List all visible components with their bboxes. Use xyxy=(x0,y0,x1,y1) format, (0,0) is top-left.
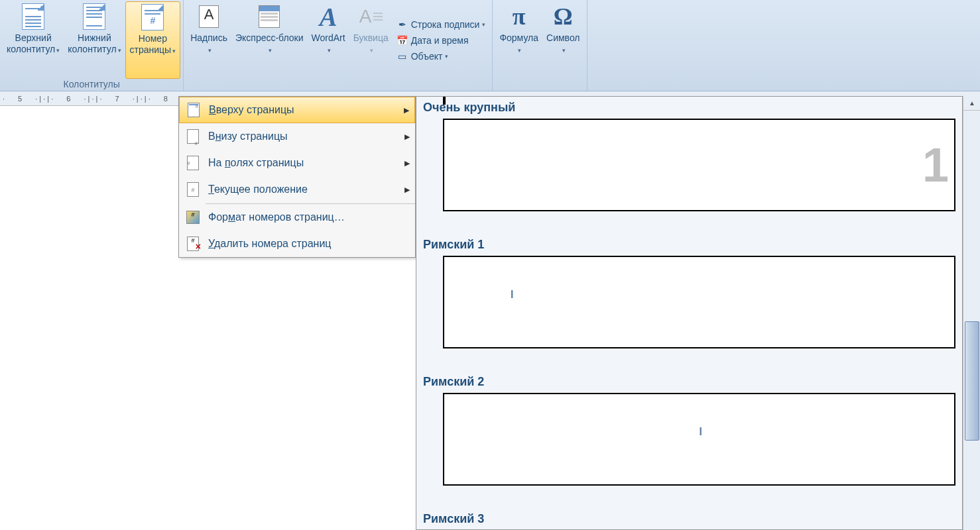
textbox-button[interactable]: A Надпись▾ xyxy=(186,1,231,79)
ribbon: Верхнийколонтитул▾ Нижнийколонтитул▾ # Н… xyxy=(0,0,980,91)
object-icon: ▭ xyxy=(397,50,408,62)
page-number-button[interactable]: # Номерстраницы▾ xyxy=(125,1,181,79)
ribbon-group-symbols: π Формула▾ Ω Символ▾ xyxy=(493,0,587,91)
menu-page-margins[interactable]: # На полях страницы ▶ xyxy=(179,150,415,176)
ribbon-group-text: A Надпись▾ Экспресс-блоки▾ A WordArt▾ A … xyxy=(184,0,493,91)
submenu-arrow-icon: ▶ xyxy=(404,106,409,115)
group-title-headers: Колонтитулы xyxy=(3,79,180,91)
submenu-arrow-icon: ▶ xyxy=(404,132,410,141)
header-label: Верхнийколонтитул▾ xyxy=(7,32,60,55)
wordart-icon: A xyxy=(315,3,341,30)
symbol-button[interactable]: Ω Символ▾ xyxy=(542,1,583,79)
format-icon: # xyxy=(184,209,202,226)
footer-button[interactable]: Нижнийколонтитул▾ xyxy=(64,1,125,79)
menu-top-of-page[interactable]: # Вверху страницы ▶ xyxy=(179,97,415,123)
dropcap-label: Буквица▾ xyxy=(353,32,389,55)
textbox-label: Надпись▾ xyxy=(190,32,227,55)
signature-icon: ✒ xyxy=(397,19,408,30)
pagenum-gallery: Очень крупный 1 Римский 1 I Римский 2 I … xyxy=(416,96,963,530)
scroll-up-icon[interactable]: ▲ xyxy=(963,96,980,111)
dropcap-icon: A xyxy=(357,3,384,30)
gallery-title-roman1: Римский 1 xyxy=(416,219,962,256)
menu-bottom-of-page[interactable]: # Внизу страницы ▶ xyxy=(179,123,415,150)
omega-icon: Ω xyxy=(550,3,576,30)
pagenum-menu: # Вверху страницы ▶ # Внизу страницы ▶ #… xyxy=(178,96,416,258)
equation-button[interactable]: π Формула▾ xyxy=(495,1,542,79)
object-button[interactable]: ▭Объект▾ xyxy=(395,49,487,64)
preview-roman-center: I xyxy=(700,426,702,438)
gallery-preview-large[interactable]: 1 xyxy=(443,119,955,211)
menu-format-page-numbers[interactable]: # Формат номеров страниц… xyxy=(179,204,415,231)
page-bottom-icon: # xyxy=(184,128,202,145)
menu-top-of-page-label: Вверху страницы xyxy=(209,104,404,116)
wordart-label: WordArt▾ xyxy=(312,32,345,55)
document-footer-icon xyxy=(81,3,107,30)
gallery-title-roman2: Римский 2 xyxy=(416,356,962,393)
menu-format-label: Формат номеров страниц… xyxy=(208,211,410,223)
calendar-icon: 📅 xyxy=(397,34,408,46)
dropcap-button[interactable]: A Буквица▾ xyxy=(349,1,393,79)
page-top-icon: # xyxy=(185,101,202,119)
menu-remove-label: Удалить номера страниц xyxy=(208,238,410,250)
page-margin-icon: # xyxy=(184,154,202,172)
menu-remove-page-numbers[interactable]: #× Удалить номера страниц xyxy=(179,231,415,257)
page-current-icon: # xyxy=(184,181,202,198)
quickparts-label: Экспресс-блоки▾ xyxy=(235,32,304,55)
menu-bottom-of-page-label: Внизу страницы xyxy=(208,131,404,142)
document-header-icon xyxy=(20,3,46,30)
document-pagenum-icon: # xyxy=(139,4,166,30)
gallery-title-large: Очень крупный xyxy=(416,97,962,119)
menu-page-margins-label: На полях страницы xyxy=(208,157,404,169)
quickparts-icon xyxy=(256,3,282,30)
menu-current-position[interactable]: # Текущее положение ▶ xyxy=(179,176,415,203)
delete-icon: #× xyxy=(184,235,202,252)
preview-roman-left: I xyxy=(511,289,513,301)
signature-line-button[interactable]: ✒Строка подписи▾ xyxy=(395,17,487,32)
pi-icon: π xyxy=(506,3,532,30)
submenu-arrow-icon: ▶ xyxy=(404,159,410,168)
menu-current-position-label: Текущее положение xyxy=(208,184,404,195)
gallery-preview-roman2[interactable]: I xyxy=(443,393,955,486)
scroll-thumb[interactable] xyxy=(965,321,979,441)
wordart-button[interactable]: A WordArt▾ xyxy=(308,1,349,79)
gallery-title-roman3: Римский 3 xyxy=(416,494,962,530)
equation-label: Формула▾ xyxy=(499,32,538,55)
preview-big-number: 1 xyxy=(922,138,949,192)
submenu-arrow-icon: ▶ xyxy=(404,186,410,194)
textbox-icon: A xyxy=(196,3,222,30)
pagenum-label: Номерстраницы▾ xyxy=(130,33,176,56)
date-time-button[interactable]: 📅Дата и время xyxy=(395,33,487,48)
text-small-buttons: ✒Строка подписи▾ 📅Дата и время ▭Объект▾ xyxy=(393,1,490,79)
ribbon-group-headers: Верхнийколонтитул▾ Нижнийколонтитул▾ # Н… xyxy=(0,0,184,91)
footer-label: Нижнийколонтитул▾ xyxy=(68,32,121,55)
header-button[interactable]: Верхнийколонтитул▾ xyxy=(3,1,64,79)
vertical-scrollbar[interactable]: ▲ xyxy=(963,96,980,530)
symbol-label: Символ▾ xyxy=(546,32,580,55)
quickparts-button[interactable]: Экспресс-блоки▾ xyxy=(231,1,308,79)
gallery-preview-roman1[interactable]: I xyxy=(443,256,955,348)
